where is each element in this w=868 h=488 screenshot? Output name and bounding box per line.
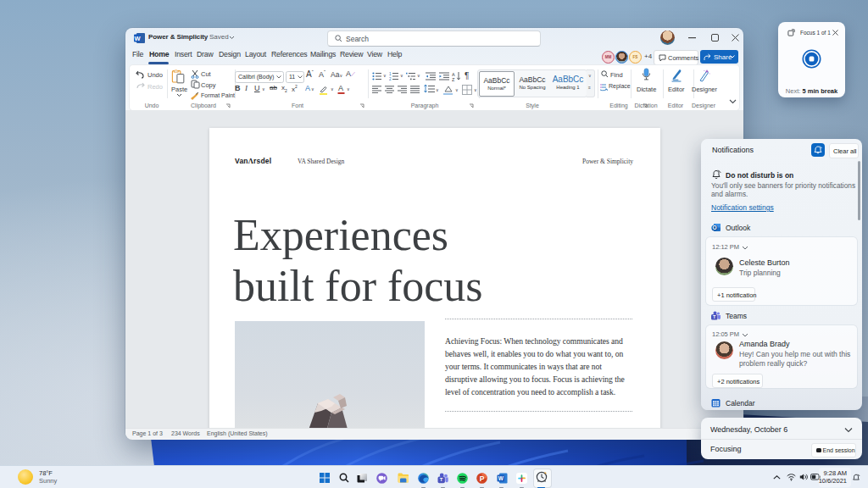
svg-text:2: 2 <box>389 77 392 80</box>
svg-text:W: W <box>498 475 504 481</box>
svg-text:1: 1 <box>389 72 392 76</box>
svg-text:W: W <box>134 35 141 42</box>
svg-text:A: A <box>338 84 343 92</box>
svg-text:O: O <box>712 225 716 230</box>
svg-text:A: A <box>452 72 455 77</box>
svg-text:P: P <box>480 474 485 483</box>
svg-text:Z: Z <box>452 77 455 81</box>
svg-text:T: T <box>440 477 443 482</box>
